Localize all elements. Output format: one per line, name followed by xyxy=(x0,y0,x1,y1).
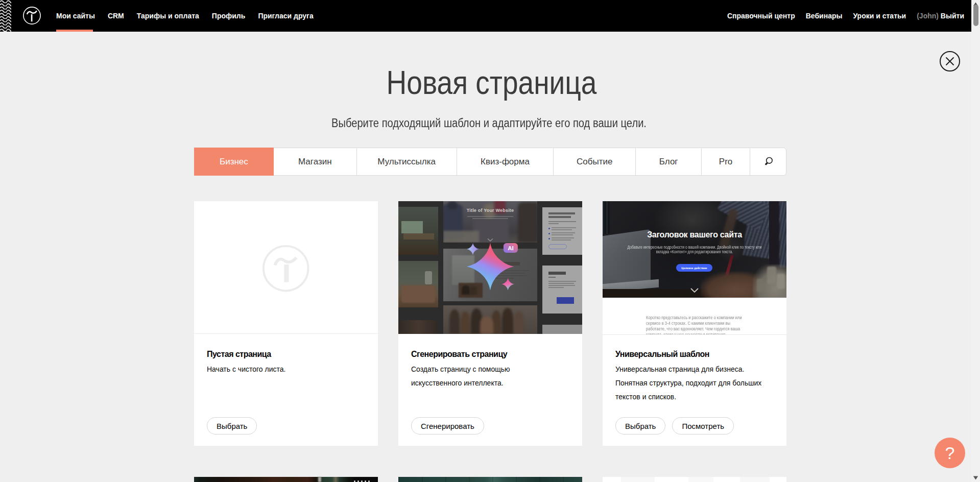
svg-text:AI: AI xyxy=(508,245,514,251)
